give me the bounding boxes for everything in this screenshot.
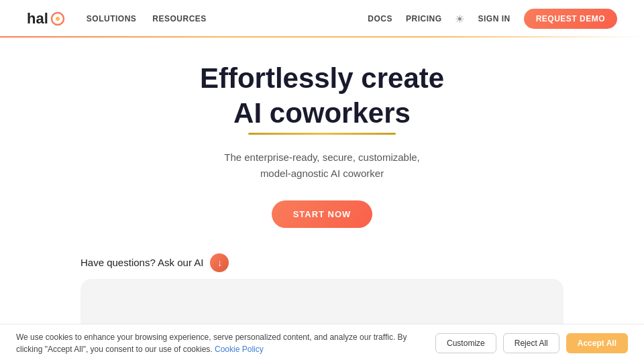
cookie-text: We use cookies to enhance your browsing … (16, 331, 422, 355)
nav-sign-in[interactable]: SIGN IN (478, 14, 510, 23)
svg-point-1 (56, 17, 60, 21)
hero-subtext: The enterprise-ready, secure, customizab… (221, 149, 423, 182)
cookie-banner: We use cookies to enhance your browsing … (0, 324, 644, 362)
nav-pricing[interactable]: PRICING (406, 14, 442, 23)
hero-heading: Effortlessly create AI coworkers (200, 62, 444, 131)
nav-right: DOCS PRICING ☀ SIGN IN REQUEST DEMO (368, 9, 617, 29)
request-demo-button[interactable]: REQUEST DEMO (524, 9, 617, 29)
theme-toggle-icon[interactable]: ☀ (455, 13, 464, 25)
nav-solutions[interactable]: SOLUTIONS (87, 14, 137, 23)
nav-resources[interactable]: RESOURCES (152, 14, 207, 23)
cookie-buttons: Customize Reject All Accept All (435, 333, 628, 353)
cookie-policy-link[interactable]: Cookie Policy (215, 345, 264, 354)
nav-docs[interactable]: DOCS (368, 14, 392, 23)
hero-section: Effortlessly create AI coworkers The ent… (0, 38, 644, 241)
navbar: hal SOLUTIONS RESOURCES DOCS PRICING ☀ S… (0, 0, 644, 38)
accept-all-button[interactable]: Accept All (566, 333, 628, 353)
reject-all-button[interactable]: Reject All (503, 333, 559, 353)
customize-button[interactable]: Customize (435, 333, 496, 353)
logo-text: hal (27, 10, 48, 27)
nav-left: hal SOLUTIONS RESOURCES (27, 10, 207, 27)
questions-label: Have questions? Ask our AI (80, 257, 203, 268)
start-now-button[interactable]: START NOW (272, 200, 373, 228)
nav-left-links: SOLUTIONS RESOURCES (87, 14, 207, 23)
logo-icon (50, 11, 65, 26)
logo: hal (27, 10, 65, 27)
questions-row: Have questions? Ask our AI ↓ (0, 241, 644, 279)
ai-badge-button[interactable]: ↓ (210, 253, 229, 272)
